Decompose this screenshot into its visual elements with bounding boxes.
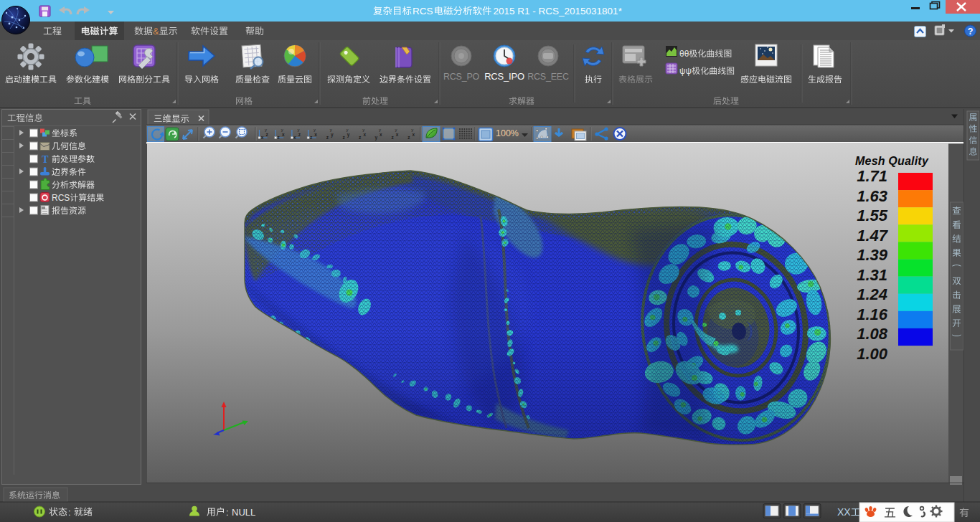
svg-text:1.24: 1.24 xyxy=(857,285,887,303)
svg-text:&: & xyxy=(153,26,159,37)
svg-text:x: x xyxy=(293,135,296,140)
svg-text:1.63: 1.63 xyxy=(857,187,887,205)
svg-text:1.31: 1.31 xyxy=(857,266,887,284)
svg-text:y: y xyxy=(331,132,334,138)
svg-text:1.47: 1.47 xyxy=(857,227,889,245)
svg-text:x: x xyxy=(380,132,382,137)
svg-text:1.55: 1.55 xyxy=(857,207,888,224)
svg-text:RCS_EEC: RCS_EEC xyxy=(527,72,569,82)
svg-text:y: y xyxy=(395,128,397,132)
svg-text::: : xyxy=(226,507,229,518)
svg-text:y: y xyxy=(330,128,332,132)
svg-text:y: y xyxy=(314,128,316,132)
svg-text::: : xyxy=(68,507,71,518)
svg-text:100%: 100% xyxy=(496,128,519,138)
svg-text:x: x xyxy=(314,132,317,137)
svg-text:?: ? xyxy=(968,27,974,37)
svg-text:1.00: 1.00 xyxy=(857,345,888,363)
svg-text:θθ: θθ xyxy=(679,49,689,59)
svg-text:x: x xyxy=(282,132,285,137)
svg-text:1.39: 1.39 xyxy=(857,246,888,264)
svg-text:y: y xyxy=(379,128,381,132)
svg-text:x: x xyxy=(363,132,366,137)
svg-text:2015 R1 - RCS_2015031801*: 2015 R1 - RCS_2015031801* xyxy=(494,6,623,16)
svg-text:XX: XX xyxy=(837,506,851,518)
svg-text:RCS_PO: RCS_PO xyxy=(443,72,480,82)
svg-text:RCS: RCS xyxy=(413,6,433,16)
svg-text:1.08: 1.08 xyxy=(857,325,888,343)
svg-text:y: y xyxy=(362,128,364,132)
svg-text:y: y xyxy=(347,132,350,138)
svg-text:ψψ: ψψ xyxy=(679,66,692,76)
svg-text:RCS: RCS xyxy=(52,193,70,203)
svg-text:T: T xyxy=(42,154,49,165)
svg-text:y: y xyxy=(411,128,413,132)
svg-text:Mesh Quality: Mesh Quality xyxy=(855,155,929,167)
svg-text:x: x xyxy=(396,132,399,137)
svg-text:RCS_IPO: RCS_IPO xyxy=(484,71,524,82)
svg-text:y: y xyxy=(375,135,378,141)
svg-text:y: y xyxy=(281,128,283,132)
svg-text:1.16: 1.16 xyxy=(857,305,888,323)
svg-text:y: y xyxy=(265,128,267,132)
svg-text:1.71: 1.71 xyxy=(857,167,887,185)
svg-text:NULL: NULL xyxy=(232,507,255,518)
svg-text:x: x xyxy=(261,135,264,140)
svg-text:y: y xyxy=(347,128,349,132)
svg-text:y: y xyxy=(297,128,299,132)
svg-text:x: x xyxy=(412,132,415,137)
